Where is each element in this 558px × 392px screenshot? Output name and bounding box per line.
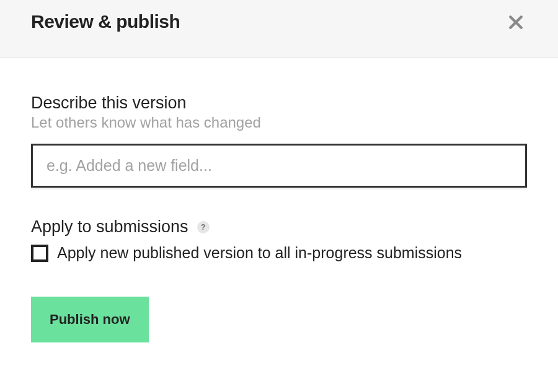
help-icon[interactable]: ? [197,221,210,233]
apply-checkbox-label: Apply new published version to all in-pr… [57,244,462,262]
describe-subtitle: Let others know what has changed [31,114,527,131]
apply-checkbox[interactable] [31,245,48,262]
modal-content: Describe this version Let others know wh… [0,58,558,367]
apply-checkbox-row: Apply new published version to all in-pr… [31,244,527,262]
apply-section: Apply to submissions ? Apply new publish… [31,217,527,262]
apply-header: Apply to submissions ? [31,217,527,237]
describe-title: Describe this version [31,94,527,113]
modal-header: Review & publish [0,0,558,58]
version-description-input[interactable] [31,144,527,188]
close-icon [507,13,525,32]
close-button[interactable] [505,11,527,33]
publish-button[interactable]: Publish now [31,297,149,342]
apply-title: Apply to submissions [31,217,188,237]
modal-title: Review & publish [31,11,180,32]
